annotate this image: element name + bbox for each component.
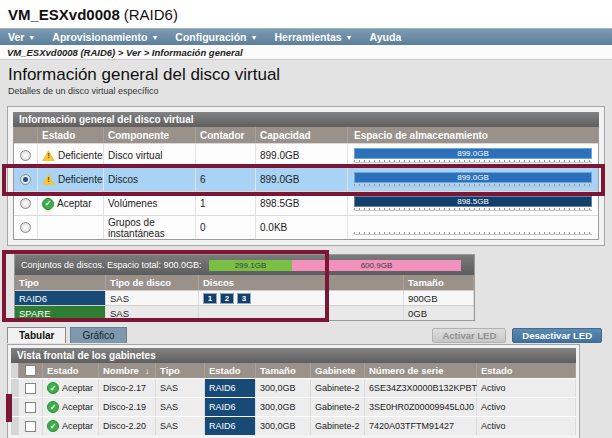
disk-button-1[interactable]: 1 bbox=[203, 293, 217, 304]
disk-set-row-raid6: RAID6 SAS 1 2 3 900GB bbox=[15, 290, 474, 305]
virtual-disk-raid-level: (RAID6) bbox=[124, 6, 178, 23]
raid6-type-badge: RAID6 bbox=[15, 291, 106, 305]
virtual-disk-overview-panel: Información general del disco virtual Es… bbox=[7, 106, 605, 246]
disk-sets-section: Conjuntos de discos. Espacio total: 900.… bbox=[14, 254, 475, 321]
chevron-down-icon: ▼ bbox=[151, 34, 158, 41]
menu-configuracion[interactable]: Configuración ▼ bbox=[175, 31, 257, 43]
disk-sets-table-header: Tipo Tipo de disco Discos Tamaño bbox=[15, 275, 474, 290]
bar-ruler bbox=[354, 232, 592, 235]
chevron-down-icon: ▼ bbox=[251, 34, 258, 41]
tab-tabular[interactable]: Tabular bbox=[7, 327, 66, 343]
breadcrumb: VM_ESXvd0008 (RAID6) > Ver > Información… bbox=[0, 45, 612, 60]
menu-ver[interactable]: Ver ▼ bbox=[8, 31, 35, 43]
storage-space-bar: 899.0GB bbox=[354, 148, 592, 163]
bar-ruler bbox=[354, 184, 592, 187]
table-row-disks[interactable]: Deficiente Discos 6 899.0GB 899.0GB bbox=[14, 167, 598, 191]
ok-status-icon bbox=[47, 420, 59, 432]
enclosure-table-header: Estado Nombre ↓ Tipo Estado Tamaño Gabin… bbox=[11, 363, 576, 378]
ok-status-icon bbox=[42, 198, 54, 210]
bar-ruler bbox=[354, 208, 592, 211]
overview-table: Estado Componente Contador Capacidad Esp… bbox=[13, 127, 599, 240]
disk-sets-header: Conjuntos de discos. Espacio total: 900.… bbox=[15, 255, 474, 275]
sort-descending-icon[interactable]: ↓ bbox=[145, 366, 150, 376]
window-titlebar: VM_ESXvd0008 (RAID6) bbox=[0, 0, 612, 28]
menu-aprovisionamiento[interactable]: Aprovisionamiento ▼ bbox=[52, 31, 158, 43]
activate-led-button[interactable]: Activar LED bbox=[432, 328, 506, 343]
table-row-snapshot-groups[interactable]: Grupos de instantáneas 0 0.0KB bbox=[14, 215, 598, 239]
menu-ayuda[interactable]: Ayuda bbox=[370, 31, 402, 43]
warning-icon bbox=[42, 150, 55, 161]
enclosure-panel: Vista frontal de los gabinetes Estado No… bbox=[7, 344, 580, 438]
virtual-disk-title: VM_ESXvd0008 bbox=[8, 6, 120, 23]
warning-icon bbox=[42, 174, 55, 185]
used-space-segment: 299.1GB bbox=[209, 260, 293, 271]
ok-status-icon bbox=[47, 382, 59, 394]
storage-manager-window: VM_ESXvd0008 (RAID6) Ver ▼ Aprovisionami… bbox=[0, 0, 612, 438]
table-row-volumes[interactable]: Aceptar Volúmenes 1 898.5GB 898.5GB bbox=[14, 191, 598, 215]
menu-herramientas[interactable]: Herramientas ▼ bbox=[274, 31, 352, 43]
menu-bar: Ver ▼ Aprovisionamiento ▼ Configuración … bbox=[0, 28, 612, 45]
table-row-virtual-disk[interactable]: Deficiente Disco virtual 899.0GB 899.0GB bbox=[14, 143, 598, 167]
tabs-toolbar: Tabular Gráfico Activar LED Desactivar L… bbox=[7, 327, 602, 343]
header-radio-column bbox=[14, 127, 38, 143]
storage-space-bar: 899.0GB bbox=[354, 172, 592, 187]
ok-status-icon bbox=[47, 401, 59, 413]
disk-sets-total-label: Conjuntos de discos. Espacio total: 900.… bbox=[21, 260, 202, 270]
page-subtitle: Detalles de un disco virtual específico bbox=[8, 86, 612, 97]
table-row-disk-2-17: Aceptar Disco-2.17 SAS RAID6 300,0GB Gab… bbox=[11, 378, 576, 397]
storage-space-bar-empty bbox=[354, 220, 592, 235]
disk-button-3[interactable]: 3 bbox=[237, 293, 251, 304]
radio-disks[interactable] bbox=[20, 174, 31, 185]
bar-ruler bbox=[354, 160, 592, 163]
table-row-disk-2-19: Aceptar Disco-2.19 SAS RAID6 300,0GB Gab… bbox=[11, 397, 576, 416]
row-checkbox[interactable] bbox=[25, 383, 36, 394]
enclosure-panel-title: Vista frontal de los gabinetes bbox=[11, 348, 576, 363]
tab-grafico[interactable]: Gráfico bbox=[70, 327, 126, 343]
overview-panel-title: Información general del disco virtual bbox=[13, 112, 599, 127]
radio-snapshot-groups[interactable] bbox=[20, 222, 31, 233]
disk-buttons-group: 1 2 3 bbox=[199, 291, 404, 305]
page-title: Información general del disco virtual bbox=[8, 65, 612, 84]
chevron-down-icon: ▼ bbox=[28, 34, 35, 41]
free-space-segment: 600.9GB bbox=[292, 260, 460, 271]
disk-sets-usage-bar: 299.1GB 600.9GB bbox=[209, 260, 461, 271]
select-all-checkbox[interactable] bbox=[25, 365, 36, 376]
disk-set-row-spare: SPARE SAS 0GB bbox=[15, 305, 474, 320]
radio-virtual-disk[interactable] bbox=[20, 150, 31, 161]
storage-space-bar: 898.5GB bbox=[354, 196, 592, 211]
overview-table-header: Estado Componente Contador Capacidad Esp… bbox=[14, 127, 598, 143]
radio-volumes[interactable] bbox=[20, 198, 31, 209]
disk-button-2[interactable]: 2 bbox=[220, 293, 234, 304]
row-checkbox[interactable] bbox=[25, 402, 36, 413]
deactivate-led-button[interactable]: Desactivar LED bbox=[512, 328, 602, 343]
spare-type-badge: SPARE bbox=[15, 306, 106, 320]
row-checkbox[interactable] bbox=[25, 421, 36, 432]
chevron-down-icon: ▼ bbox=[346, 34, 353, 41]
table-row-disk-2-20: Aceptar Disco-2.20 SAS RAID6 300,0GB Gab… bbox=[11, 416, 576, 435]
